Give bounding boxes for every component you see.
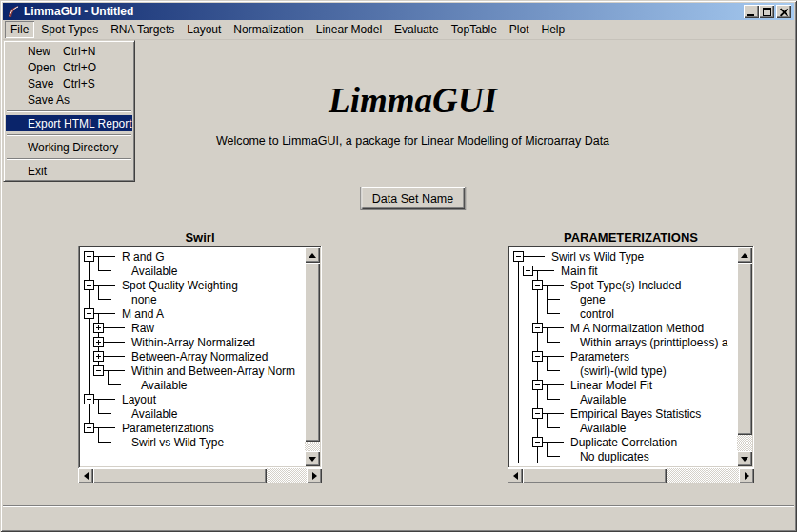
- tree-row[interactable]: control: [509, 306, 737, 321]
- tree-expand-icon[interactable]: [93, 337, 104, 347]
- swirl-vertical-scrollbar[interactable]: [305, 247, 320, 466]
- tree-collapse-icon[interactable]: [532, 280, 543, 290]
- menubar-item-rna-targets[interactable]: RNA Targets: [105, 21, 180, 38]
- tree-row[interactable]: Parameterizations: [80, 421, 305, 435]
- menubar-item-spot-types[interactable]: Spot Types: [35, 21, 104, 38]
- file-menu-item-exit[interactable]: Exit: [6, 163, 132, 179]
- tree-row[interactable]: Empirical Bayes Statistics: [509, 406, 737, 421]
- tree-row[interactable]: M and A: [80, 306, 305, 321]
- parameterizations-vertical-scrollbar[interactable]: [737, 247, 752, 466]
- scroll-up-button[interactable]: [305, 247, 320, 263]
- titlebar[interactable]: LimmaGUI - Untitled: [3, 3, 794, 20]
- tree-collapse-icon[interactable]: [84, 308, 94, 319]
- tree-row[interactable]: none: [80, 292, 305, 306]
- scroll-left-button[interactable]: [78, 468, 93, 483]
- tree-row[interactable]: Linear Model Fit: [509, 378, 737, 392]
- tree-row[interactable]: Parameters: [509, 349, 737, 364]
- tree-collapse-icon[interactable]: [532, 380, 543, 390]
- tree-row[interactable]: R and G: [80, 249, 305, 264]
- file-menu-item-export-html-report[interactable]: Export HTML Report: [6, 115, 132, 131]
- window-controls: [744, 5, 791, 18]
- scroll-up-button[interactable]: [737, 247, 752, 263]
- tree-collapse-icon[interactable]: [513, 251, 524, 262]
- menubar-item-toptable[interactable]: TopTable: [446, 21, 503, 38]
- tree-collapse-icon[interactable]: [93, 365, 104, 376]
- tree-row[interactable]: Layout: [80, 392, 305, 406]
- tree-row[interactable]: Available: [80, 378, 305, 392]
- close-button[interactable]: [776, 5, 791, 18]
- swirl-horizontal-scrollbar[interactable]: [78, 468, 322, 483]
- tree-line: [537, 335, 538, 349]
- scroll-right-button[interactable]: [739, 468, 754, 483]
- tree-row[interactable]: (swirl)-(wild type): [509, 364, 737, 378]
- minimize-button[interactable]: [744, 5, 759, 18]
- tree-collapse-icon[interactable]: [523, 266, 533, 276]
- file-menu-item-save[interactable]: SaveCtrl+S: [6, 75, 132, 91]
- tree-expand-icon[interactable]: [93, 323, 104, 333]
- parameterizations-tree-listbox[interactable]: Swirl vs Wild TypeMain fitSpot Type(s) I…: [508, 246, 754, 468]
- tree-row[interactable]: Within and Between-Array Norm: [80, 364, 305, 378]
- menubar-item-file[interactable]: File: [5, 21, 34, 38]
- scrollbar-thumb[interactable]: [305, 263, 320, 442]
- tk-feather-icon[interactable]: [7, 5, 20, 18]
- tree-row[interactable]: M A Normalization Method: [509, 321, 737, 335]
- tree-collapse-icon[interactable]: [84, 394, 94, 404]
- file-menu-item-new[interactable]: NewCtrl+N: [6, 43, 132, 59]
- limmagui-window: LimmaGUI - Untitled FileSpot TypesRNA Ta…: [0, 0, 797, 532]
- tree-row[interactable]: Raw: [80, 321, 305, 335]
- data-set-name-button[interactable]: Data Set Name: [360, 187, 466, 210]
- file-menu-item-working-directory[interactable]: Working Directory: [6, 139, 132, 155]
- menubar-item-layout[interactable]: Layout: [181, 21, 227, 38]
- tree-row[interactable]: Available: [80, 406, 305, 421]
- menubar-item-linear-model[interactable]: Linear Model: [310, 21, 388, 38]
- tree-row[interactable]: Available: [80, 264, 305, 278]
- tree-row[interactable]: Within-Array Normalized: [80, 335, 305, 349]
- tree-row[interactable]: Swirl vs Wild Type: [80, 435, 305, 449]
- scrollbar-thumb[interactable]: [523, 468, 667, 483]
- tree-row[interactable]: Available: [509, 392, 737, 406]
- tree-row[interactable]: Main fit: [509, 264, 737, 278]
- menu-separator: [7, 158, 131, 160]
- tree-collapse-icon[interactable]: [532, 351, 543, 362]
- tree-item-label: Available: [131, 407, 177, 421]
- tree-row[interactable]: Between-Array Normalized: [80, 349, 305, 364]
- tree-row[interactable]: Swirl vs Wild Type: [509, 249, 737, 264]
- scrollbar-thumb[interactable]: [93, 468, 267, 483]
- tree-collapse-icon[interactable]: [532, 437, 543, 447]
- tree-collapse-icon[interactable]: [532, 408, 543, 419]
- tree-item-label: No duplicates: [580, 450, 649, 463]
- menubar-item-evaluate[interactable]: Evaluate: [389, 21, 445, 38]
- scroll-left-button[interactable]: [508, 468, 523, 483]
- tree-row[interactable]: Available: [509, 421, 737, 435]
- menubar-item-plot[interactable]: Plot: [504, 21, 535, 38]
- scroll-right-button[interactable]: [307, 468, 322, 483]
- maximize-button[interactable]: [759, 5, 774, 18]
- tree-collapse-icon[interactable]: [84, 423, 94, 433]
- tree-row[interactable]: Spot Type(s) Included: [509, 278, 737, 292]
- file-menu-item-save-as[interactable]: Save As: [6, 91, 132, 108]
- tree-line: [98, 286, 99, 292]
- parameterizations-horizontal-scrollbar[interactable]: [508, 468, 754, 483]
- menu-item-label: Save: [28, 77, 63, 90]
- tree-collapse-icon[interactable]: [84, 251, 94, 262]
- scroll-down-button[interactable]: [305, 451, 320, 466]
- menubar-item-help[interactable]: Help: [536, 21, 571, 38]
- tree-row[interactable]: gene: [509, 292, 737, 306]
- tree-row[interactable]: Within arrays (printtiploess) a: [509, 335, 737, 349]
- scrollbar-thumb[interactable]: [737, 263, 752, 435]
- file-menu-item-open[interactable]: OpenCtrl+O: [6, 59, 132, 75]
- menubar-item-normalization[interactable]: Normalization: [228, 21, 309, 38]
- tree-expand-icon[interactable]: [93, 351, 104, 362]
- swirl-tree-listbox[interactable]: R and GAvailableSpot Quality Weightingno…: [78, 246, 322, 468]
- scroll-down-button[interactable]: [737, 451, 752, 466]
- tree-collapse-icon[interactable]: [84, 280, 94, 290]
- tree-collapse-icon[interactable]: [532, 323, 543, 333]
- tree-row[interactable]: Duplicate Correlation: [509, 435, 737, 449]
- tree-row[interactable]: No duplicates: [509, 449, 737, 463]
- tree-row[interactable]: Spot Quality Weighting: [80, 278, 305, 292]
- right-arrow-icon: [745, 472, 749, 480]
- tree-line: [98, 400, 99, 406]
- tree-item-label: Layout: [122, 393, 156, 406]
- tree-item-label: Raw: [131, 322, 154, 335]
- swirl-tree-rows: R and GAvailableSpot Quality Weightingno…: [80, 247, 305, 466]
